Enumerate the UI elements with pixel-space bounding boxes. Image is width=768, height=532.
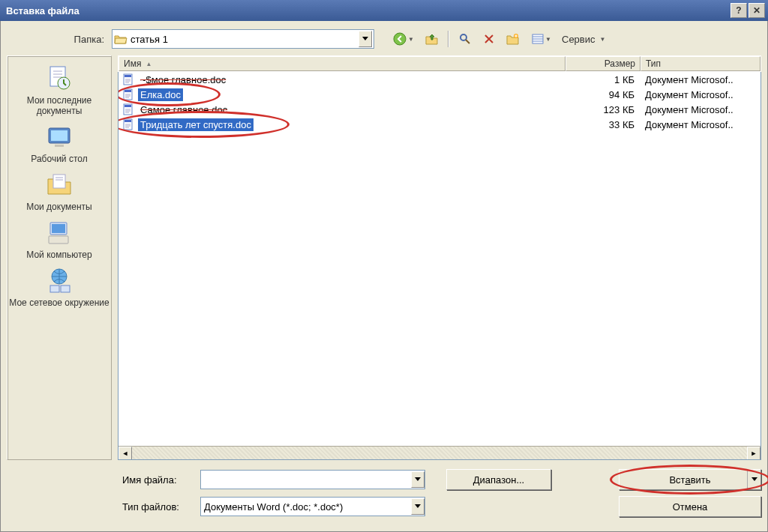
folder-dropdown-button[interactable] <box>358 31 372 47</box>
file-size: 94 КБ <box>566 89 640 100</box>
file-type: Документ Microsof.. <box>640 89 760 100</box>
desktop-icon <box>44 122 74 152</box>
header-size[interactable]: Размер <box>566 56 640 71</box>
place-computer[interactable]: Мой компьютер <box>8 215 111 263</box>
svg-rect-14 <box>50 285 59 292</box>
places-bar: Мои последние документы Рабочий стол Мои… <box>7 55 112 460</box>
doc-icon <box>122 103 135 115</box>
views-button[interactable]: ▼ <box>527 29 556 49</box>
place-label: Мой компьютер <box>26 250 92 260</box>
file-row[interactable]: Тридцать лет спустя.doc33 КБДокумент Mic… <box>118 117 760 132</box>
tools-menu[interactable]: Сервис <box>562 34 596 45</box>
title-bar: Вставка файла ? ✕ <box>0 0 768 21</box>
header-name[interactable]: Имя▲ <box>118 56 566 71</box>
documents-icon <box>44 170 74 200</box>
svg-rect-15 <box>61 285 70 292</box>
file-type: Документ Microsof.. <box>640 104 760 115</box>
range-button[interactable]: Диапазон... <box>446 469 551 490</box>
column-headers: Имя▲ Размер Тип <box>118 55 761 72</box>
computer-icon <box>44 218 74 248</box>
scroll-track[interactable] <box>132 447 747 459</box>
back-button[interactable]: ▼ <box>389 29 418 49</box>
filetype-dropdown-button[interactable] <box>411 498 424 515</box>
doc-icon <box>122 88 135 100</box>
place-documents[interactable]: Мои документы <box>8 167 111 215</box>
svg-point-0 <box>394 33 406 45</box>
insert-dropdown-button[interactable] <box>747 470 760 489</box>
bottom-area: Имя файла: Диапазон... Вставить Тип файл… <box>7 468 761 519</box>
svg-rect-11 <box>52 224 65 233</box>
scroll-right-button[interactable]: ► <box>747 447 760 460</box>
help-button[interactable]: ? <box>730 3 747 18</box>
filename-label: Имя файла: <box>118 474 200 486</box>
toolbar: ▼ ▼ Сервис ▼ <box>389 29 605 49</box>
svg-rect-7 <box>51 130 68 141</box>
network-icon <box>44 266 74 296</box>
file-pane: Имя▲ Размер Тип ~$мое главное.doc1 КБДок… <box>118 55 761 460</box>
window-title: Вставка файла <box>6 5 80 16</box>
recent-docs-icon <box>44 64 74 94</box>
file-row[interactable]: Елка.doc94 КБДокумент Microsof.. <box>118 87 760 102</box>
svg-rect-12 <box>49 236 68 244</box>
doc-icon <box>122 73 135 85</box>
cancel-button[interactable]: Отмена <box>619 496 761 517</box>
delete-button[interactable] <box>479 29 499 49</box>
file-name: Самое главное.doc <box>138 103 230 116</box>
horizontal-scrollbar[interactable]: ◄ ► <box>118 446 760 459</box>
place-label: Мои документы <box>26 202 92 212</box>
svg-rect-8 <box>55 145 64 147</box>
file-size: 33 КБ <box>566 119 640 130</box>
dialog-body: Папка: статья 1 ▼ <box>0 21 768 532</box>
svg-point-1 <box>460 34 466 40</box>
folder-open-icon <box>114 33 128 45</box>
filetype-label: Тип файлов: <box>118 501 200 513</box>
file-type: Документ Microsof.. <box>640 119 760 130</box>
folder-combo[interactable]: статья 1 <box>112 29 374 49</box>
sort-asc-icon: ▲ <box>146 61 152 67</box>
svg-rect-17 <box>124 75 131 77</box>
filename-dropdown-button[interactable] <box>411 471 424 488</box>
file-name: ~$мое главное.doc <box>138 73 228 86</box>
file-size: 1 КБ <box>566 74 640 85</box>
filetype-combo[interactable]: Документы Word (*.doc; *.doc*) <box>200 497 425 516</box>
place-recent[interactable]: Мои последние документы <box>8 61 111 119</box>
svg-rect-19 <box>124 90 131 92</box>
file-name: Тридцать лет спустя.doc <box>138 118 254 131</box>
close-button[interactable]: ✕ <box>748 3 765 18</box>
tools-chevron-icon[interactable]: ▼ <box>600 36 606 43</box>
svg-rect-23 <box>124 120 131 122</box>
place-label: Рабочий стол <box>31 154 87 164</box>
place-label: Мое сетевое окружение <box>9 297 109 308</box>
doc-icon <box>122 118 135 130</box>
file-type: Документ Microsof.. <box>640 74 760 85</box>
place-network[interactable]: Мое сетевое окружение <box>8 263 111 311</box>
up-button[interactable] <box>422 29 442 49</box>
insert-button[interactable]: Вставить <box>619 469 761 490</box>
file-list[interactable]: ~$мое главное.doc1 КБДокумент Microsof..… <box>118 72 761 460</box>
folder-row: Папка: статья 1 ▼ <box>7 27 761 51</box>
svg-rect-21 <box>124 105 131 107</box>
scroll-left-button[interactable]: ◄ <box>118 447 132 460</box>
folder-label: Папка: <box>7 34 112 45</box>
svg-rect-9 <box>53 175 65 188</box>
place-desktop[interactable]: Рабочий стол <box>8 119 111 167</box>
filetype-value: Документы Word (*.doc; *.doc*) <box>201 501 411 513</box>
file-size: 123 КБ <box>566 104 640 115</box>
file-row[interactable]: Самое главное.doc123 КБДокумент Microsof… <box>118 102 760 117</box>
file-row[interactable]: ~$мое главное.doc1 КБДокумент Microsof.. <box>118 72 760 87</box>
filename-combo[interactable] <box>200 470 425 489</box>
search-button[interactable] <box>455 29 475 49</box>
new-folder-button[interactable] <box>503 29 523 49</box>
header-type[interactable]: Тип <box>640 56 760 71</box>
file-name: Елка.doc <box>138 88 183 101</box>
folder-name: статья 1 <box>130 34 358 45</box>
place-label: Мои последние документы <box>9 95 110 116</box>
